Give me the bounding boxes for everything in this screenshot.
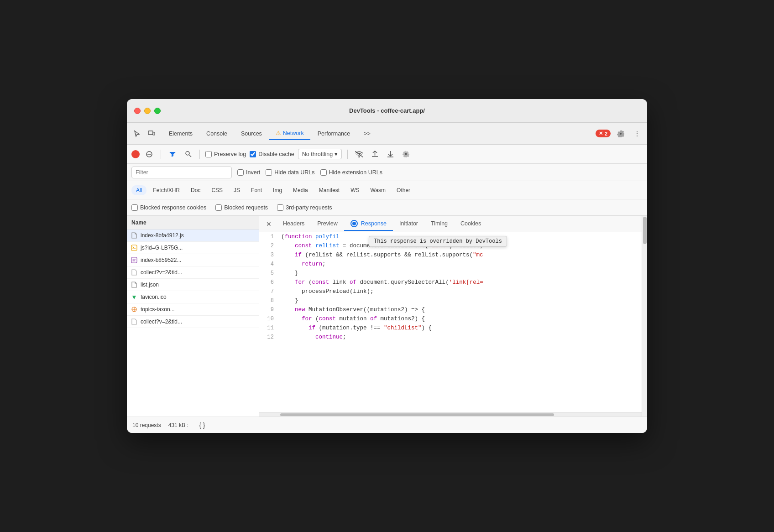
invert-checkbox[interactable]: Invert <box>237 169 260 176</box>
tab-timing[interactable]: Timing <box>424 218 454 230</box>
request-item-collect2[interactable]: collect?v=2&tid... <box>127 316 259 328</box>
devtools-settings-btn[interactable] <box>614 127 627 140</box>
horizontal-scrollbar[interactable] <box>259 412 642 417</box>
tab-initiator[interactable]: Initiator <box>393 218 424 230</box>
type-btn-font[interactable]: Font <box>246 185 267 195</box>
scroll-thumb[interactable] <box>280 413 554 416</box>
minimize-button[interactable] <box>144 108 151 114</box>
error-x-icon: ✕ <box>599 130 603 136</box>
svg-point-4 <box>186 151 189 155</box>
blocked-cookies-checkbox[interactable]: Blocked response cookies <box>131 204 206 211</box>
request-item-js-g-lb75g[interactable]: js?id=G-LB75G... <box>127 242 259 254</box>
search-button[interactable] <box>182 148 194 160</box>
devtools-window: DevTools - coffee-cart.app/ Elements Con… <box>127 99 647 433</box>
tab-response[interactable]: Response <box>344 217 393 231</box>
type-btn-other[interactable]: Other <box>392 185 415 195</box>
request-item-favicon[interactable]: ▼ favicon.ico <box>127 291 259 303</box>
wifi-icon-btn[interactable] <box>353 148 365 160</box>
toolbar-separator-1 <box>161 150 161 159</box>
third-party-checkbox[interactable]: 3rd-party requests <box>277 204 332 211</box>
type-btn-js[interactable]: JS <box>229 185 245 195</box>
cursor-icon-btn[interactable] <box>131 127 143 140</box>
doc-icon <box>131 269 138 276</box>
vertical-scrollbar[interactable] <box>642 216 647 417</box>
type-btn-wasm[interactable]: Wasm <box>366 185 391 195</box>
details-tabs: ✕ Headers Preview Response Initiator Tim… <box>259 216 642 232</box>
record-button[interactable] <box>131 150 140 158</box>
overridden-tooltip: This response is overridden by DevTools <box>369 236 507 247</box>
details-panel: ✕ Headers Preview Response Initiator Tim… <box>259 216 642 417</box>
devtools-menu-btn[interactable]: ⋮ <box>631 127 643 140</box>
js-file-icon <box>131 232 138 239</box>
request-item-index-8bfa4912[interactable]: index-8bfa4912.js <box>127 229 259 242</box>
request-item-collect1[interactable]: collect?v=2&tid... <box>127 266 259 279</box>
request-name: index-b859522... <box>141 257 255 263</box>
main-content: Name index-8bfa4912.js <box>127 216 647 417</box>
filter-input[interactable] <box>131 167 232 178</box>
request-name: index-8bfa4912.js <box>141 232 255 239</box>
type-btn-ws[interactable]: WS <box>346 185 364 195</box>
hide-data-urls-checkbox[interactable]: Hide data URLs <box>266 169 314 176</box>
tab-sources[interactable]: Sources <box>235 128 268 140</box>
tab-elements[interactable]: Elements <box>162 128 199 140</box>
maximize-button[interactable] <box>154 108 161 114</box>
blocked-requests-checkbox[interactable]: Blocked requests <box>215 204 268 211</box>
tab-preview[interactable]: Preview <box>311 218 344 230</box>
requests-list: Name index-8bfa4912.js <box>127 216 259 417</box>
error-badge[interactable]: ✕ 2 <box>596 130 611 137</box>
device-toggle-btn[interactable] <box>145 127 158 140</box>
close-details-btn[interactable]: ✕ <box>263 218 275 230</box>
download-icon-btn[interactable] <box>384 148 396 160</box>
code-line-12: 12 continue; <box>259 333 642 342</box>
v-scroll-thumb[interactable] <box>643 217 647 244</box>
request-name: js?id=G-LB75G... <box>141 245 255 251</box>
request-name: favicon.ico <box>141 294 255 300</box>
type-btn-media[interactable]: Media <box>288 185 313 195</box>
devtools-right-icons: ✕ 2 ⋮ <box>596 127 643 140</box>
close-button[interactable] <box>134 108 141 114</box>
type-btn-doc[interactable]: Doc <box>186 185 205 195</box>
code-panel[interactable]: This response is overridden by DevTools … <box>259 232 642 412</box>
code-line-9: 9 new MutationObserver((mutations2) => { <box>259 305 642 314</box>
disable-cache-checkbox[interactable]: Disable cache <box>250 151 294 157</box>
throttle-select[interactable]: No throttling ▾ <box>298 149 342 159</box>
type-btn-css[interactable]: CSS <box>207 185 227 195</box>
request-name: collect?v=2&tid... <box>141 269 255 276</box>
code-line-3: 3 if (relList && relList.supports && rel… <box>259 250 642 260</box>
code-line-10: 10 for (const mutation of mutations2) { <box>259 314 642 323</box>
code-line-5: 5 } <box>259 269 642 278</box>
request-item-topics-taxon[interactable]: topics-taxon... <box>127 303 259 316</box>
tab-more[interactable]: >> <box>357 128 377 140</box>
upload-icon-btn[interactable] <box>369 148 381 160</box>
type-btn-all[interactable]: All <box>131 185 146 195</box>
hide-extension-urls-checkbox[interactable]: Hide extension URLs <box>320 169 382 176</box>
type-btn-img[interactable]: Img <box>268 185 287 195</box>
tab-network[interactable]: ⚠ Network <box>269 127 310 140</box>
tab-cookies[interactable]: Cookies <box>454 218 487 230</box>
request-item-index-b859522[interactable]: index-b859522... <box>127 254 259 266</box>
filter-button[interactable] <box>167 148 178 160</box>
network-warning-icon: ⚠ <box>276 130 281 136</box>
tab-console[interactable]: Console <box>200 128 234 140</box>
type-btn-manifest[interactable]: Manifest <box>314 185 344 195</box>
preserve-log-checkbox[interactable]: Preserve log <box>205 151 246 157</box>
toolbar-separator-2 <box>199 150 200 159</box>
tab-headers[interactable]: Headers <box>277 218 311 230</box>
type-btn-fetch[interactable]: Fetch/XHR <box>148 185 184 195</box>
request-name: list.json <box>141 282 255 288</box>
svg-line-5 <box>189 155 191 157</box>
svg-point-6 <box>359 156 360 157</box>
network-settings-btn[interactable] <box>400 148 412 160</box>
network-toolbar: Preserve log Disable cache No throttling… <box>127 145 647 164</box>
code-line-11: 11 if (mutation.type !== "childList") { <box>259 323 642 333</box>
code-line-7: 7 processPreload(link); <box>259 287 642 296</box>
svg-rect-9 <box>131 245 137 250</box>
tab-performance[interactable]: Performance <box>311 128 357 140</box>
format-json-btn[interactable]: { } <box>196 419 209 432</box>
topics-icon <box>131 306 138 313</box>
requests-count: 10 requests <box>132 422 161 428</box>
clear-button[interactable] <box>143 148 155 160</box>
code-line-6: 6 for (const link of document.querySelec… <box>259 278 642 287</box>
request-item-list-json[interactable]: list.json <box>127 279 259 291</box>
blocked-row: Blocked response cookies Blocked request… <box>127 199 647 216</box>
